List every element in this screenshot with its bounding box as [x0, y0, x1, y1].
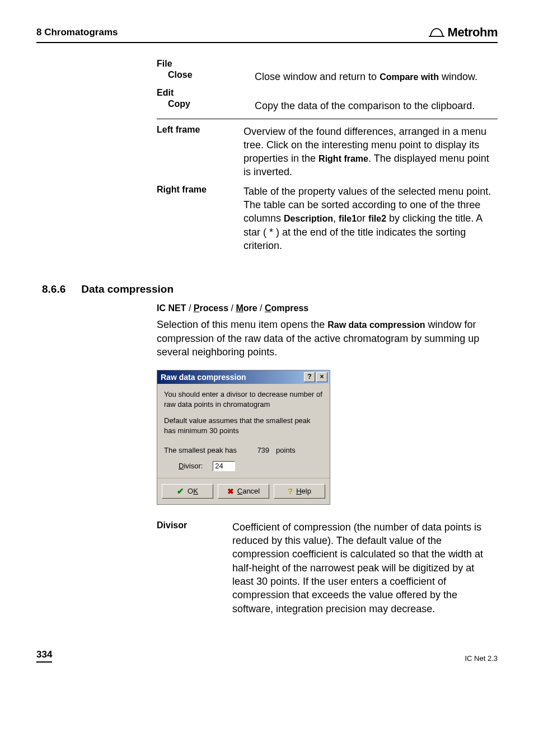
metrohm-icon [429, 27, 444, 38]
cancel-button[interactable]: ✖ Cancel [218, 484, 269, 499]
left-frame-term: Left frame [157, 125, 243, 179]
close-term: Close [157, 70, 255, 83]
copy-desc: Copy the data of the comparison to the c… [255, 99, 498, 112]
file-heading: File [157, 59, 243, 69]
brand-logo: Metrohm [429, 25, 498, 40]
section-title: Data compression [81, 283, 174, 295]
dialog-text-1: You should enter a divisor to decrease n… [164, 389, 323, 409]
close-desc: Close window and return to Compare with … [255, 70, 498, 83]
divisor-term: Divisor [157, 520, 232, 616]
divisor-desc: Coefficient of compression (the number o… [232, 520, 498, 616]
chapter-title: 8 Chromatograms [36, 27, 118, 38]
ok-button[interactable]: ✔ OK [162, 484, 213, 499]
page-number: 334 [36, 649, 52, 663]
close-icon[interactable]: × [316, 372, 327, 382]
copy-term: Copy [157, 99, 255, 112]
section-number: 8.6.6 [42, 283, 65, 295]
right-frame-desc: Table of the property values of the sele… [243, 185, 498, 252]
raw-data-compression-dialog: Raw data compression ? × You should ente… [157, 370, 330, 505]
check-icon: ✔ [177, 486, 184, 496]
page-header: 8 Chromatograms Metrohm [36, 25, 498, 43]
dialog-text-2: Default value assumes that the smallest … [164, 416, 323, 435]
menu-path: IC NET / Process / More / Compress [157, 303, 498, 313]
dialog-title: Raw data compression [161, 373, 303, 382]
doc-id: IC Net 2.3 [465, 654, 498, 663]
page-footer: 334 IC Net 2.3 [36, 649, 498, 663]
smallest-peak-row: The smallest peak has 739 points [164, 445, 323, 456]
help-icon[interactable]: ? [304, 372, 315, 382]
right-frame-term: Right frame [157, 185, 243, 252]
edit-heading: Edit [157, 88, 243, 98]
dialog-titlebar: Raw data compression ? × [157, 370, 330, 384]
menu-definitions-1: File Close Close window and return to Co… [157, 59, 498, 252]
x-icon: ✖ [227, 487, 234, 496]
brand-text: Metrohm [448, 25, 498, 40]
divisor-definition: Divisor Coefficient of compression (the … [157, 520, 498, 616]
divider [157, 119, 498, 119]
help-button[interactable]: ? Help [274, 484, 325, 499]
divisor-label: Divisor: [179, 461, 203, 471]
left-frame-desc: Overview of the found differences, arran… [243, 125, 498, 179]
section-intro: Selection of this menu item opens the Ra… [157, 318, 498, 359]
divisor-input[interactable] [213, 461, 235, 471]
section-heading: 8.6.6 Data compression [42, 283, 498, 295]
question-icon: ? [288, 486, 293, 496]
peak-points-value: 739 [243, 445, 269, 456]
